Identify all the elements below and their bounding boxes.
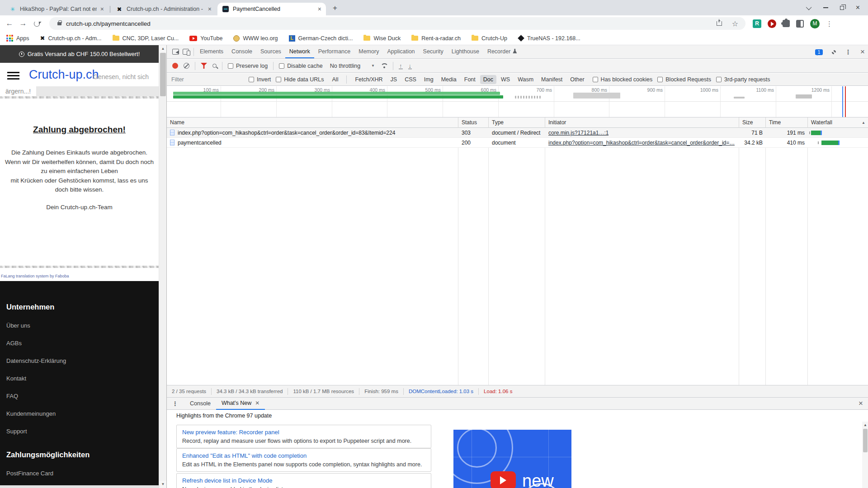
network-overview-timeline[interactable]: 100 ms 200 ms 300 ms 400 ms 500 ms 600 m… [167,86,868,117]
issues-counter-icon[interactable]: 1 [815,49,823,55]
drawer-menu-icon[interactable]: ⋮ [172,400,178,407]
tab-console[interactable]: Console [227,45,256,58]
column-header-name[interactable]: Name [167,117,458,128]
bookmark-folder-rentaradar[interactable]: Rent-a-radar.ch [411,35,461,42]
footer-link-faq[interactable]: FAQ [6,393,152,399]
footer-payment-postfinance[interactable]: PostFinance Card [6,470,152,477]
network-conditions-icon[interactable] [380,63,387,68]
bookmark-crutchup-admin[interactable]: ✖Crutch-up.ch - Adm... [40,35,102,42]
forward-icon[interactable]: → [16,19,30,28]
tab-recorder[interactable]: Recorder [483,45,521,58]
export-har-icon[interactable]: ↓ [408,63,412,69]
column-divider[interactable] [765,128,766,385]
tab-lighthouse[interactable]: Lighthouse [448,45,483,58]
footer-link-datenschutz[interactable]: Datenschutz-Erklärung [6,357,152,364]
record-network-log-icon[interactable] [172,63,178,69]
scroll-down-icon[interactable]: ▼ [159,481,167,488]
initiator-link[interactable]: core.min.js?17121a1…:1 [548,128,609,138]
column-header-waterfall[interactable]: Waterfall [807,117,868,128]
inspect-element-icon[interactable] [172,49,179,55]
filter-chip-wasm[interactable]: Wasm [514,75,537,84]
checkbox-icon[interactable] [228,63,233,69]
column-header-time[interactable]: Time [765,117,807,128]
sort-ascending-icon[interactable]: ▲ [862,121,865,125]
tab-network[interactable]: Network [285,45,314,58]
filter-chip-fetchxhr[interactable]: Fetch/XHR [352,75,386,84]
waterfall-bar[interactable] [821,141,838,145]
tab-search-chevron-icon[interactable] [806,4,811,10]
device-toolbar-icon[interactable] [183,49,189,55]
url-text[interactable]: crutch-up.ch/paymentcancelled [66,20,717,27]
filter-chip-all[interactable]: All [329,75,342,84]
settings-gear-icon[interactable] [832,50,836,54]
extension-r-icon[interactable]: R [753,19,761,28]
bookmark-truenas[interactable]: TrueNAS - 192.168... [518,35,580,42]
back-icon[interactable]: ← [3,19,16,28]
tab-close-icon[interactable]: × [208,6,212,12]
extensions-puzzle-icon[interactable] [783,20,790,27]
request-name-cell[interactable]: paymentcancelled [167,138,456,148]
profile-avatar[interactable]: M [810,19,820,28]
preserve-log-checkbox[interactable]: Preserve log [228,63,268,69]
devtools-menu-icon[interactable]: ⋮ [845,48,851,56]
request-initiator-cell[interactable]: core.min.js?17121a1…:1 [545,128,737,138]
drawer-tab-close-icon[interactable]: ✕ [255,397,259,409]
has-blocked-cookies-checkbox[interactable]: Has blocked cookies [593,76,653,83]
filter-chip-css[interactable]: CSS [401,75,420,84]
browser-tab-admin[interactable]: ✖ Crutch-up.ch - Administration - P × [111,3,216,15]
filter-chip-img[interactable]: Img [421,75,437,84]
filter-chip-other[interactable]: Other [567,75,587,84]
scroll-up-icon[interactable]: ▲ [862,422,868,429]
scrollbar-thumb[interactable] [863,429,868,452]
scrollbar-thumb[interactable] [160,53,166,96]
invert-checkbox[interactable]: Invert [249,76,271,83]
column-header-status[interactable]: Status [458,117,488,128]
card-title-link[interactable]: Refresh device list in Device Mode [182,477,425,484]
column-divider[interactable] [807,128,808,385]
checkbox-icon[interactable] [249,77,254,82]
chrome97-promo-image[interactable]: new [453,430,571,488]
column-header-type[interactable]: Type [488,117,545,128]
tab-memory[interactable]: Memory [354,45,383,58]
youtube-play-icon[interactable] [491,471,516,488]
checkbox-icon[interactable] [657,77,663,82]
lock-icon[interactable] [57,22,61,25]
drawer-tab-console[interactable]: Console [184,398,216,410]
tab-elements[interactable]: Elements [196,45,227,58]
bookmark-folder-cnc[interactable]: CNC, 3DP, Laser Cu... [113,35,179,42]
checkbox-icon[interactable] [279,63,284,69]
scroll-up-icon[interactable]: ▲ [159,45,167,52]
request-row-redirect[interactable]: index.php?option=com_hikashop&ctrl=order… [167,128,868,138]
side-panel-icon[interactable] [796,20,804,28]
search-icon[interactable] [212,64,217,68]
filter-input[interactable] [171,75,244,84]
tab-close-icon[interactable]: × [318,6,321,12]
tab-security[interactable]: Security [419,45,448,58]
card-title-link[interactable]: Enhanced "Edit as HTML" with code comple… [182,452,425,459]
hamburger-menu-icon[interactable] [7,72,19,81]
bookmark-folder-wise-duck[interactable]: Wise Duck [363,35,401,42]
bookmark-leo[interactable]: WWW leo.org [233,35,278,42]
footer-link-ueber-uns[interactable]: Über uns [6,322,152,329]
bookmark-star-icon[interactable]: ☆ [732,19,738,28]
checkbox-icon[interactable] [593,77,598,82]
third-party-checkbox[interactable]: 3rd-party requests [716,76,770,83]
footer-link-agbs[interactable]: AGBs [6,340,152,347]
browser-menu-icon[interactable]: ⋮ [826,23,829,25]
checkbox-icon[interactable] [716,77,722,82]
address-bar[interactable]: crutch-up.ch/paymentcancelled ☆ [49,17,745,30]
site-logo[interactable]: Crutch-up.ch [29,68,99,82]
footer-link-kontakt[interactable]: Kontakt [6,375,152,382]
bookmark-folder-crutchup[interactable]: Crutch-Up [472,35,507,42]
drawer-tab-whats-new[interactable]: What's New✕ [216,398,265,410]
devtools-close-icon[interactable]: × [860,47,865,56]
column-header-initiator[interactable]: Initiator [545,117,739,128]
tab-performance[interactable]: Performance [314,45,355,58]
throttling-dropdown[interactable]: No throttling▼ [330,63,375,69]
column-divider[interactable] [545,128,545,385]
column-divider[interactable] [458,128,458,385]
window-close-icon[interactable]: × [856,4,860,11]
hide-data-urls-checkbox[interactable]: Hide data URLs [276,76,324,83]
import-har-icon[interactable]: ↑ [399,63,403,69]
browser-tab-paymentcancelled[interactable]: PaymentCancelled × [217,3,326,15]
